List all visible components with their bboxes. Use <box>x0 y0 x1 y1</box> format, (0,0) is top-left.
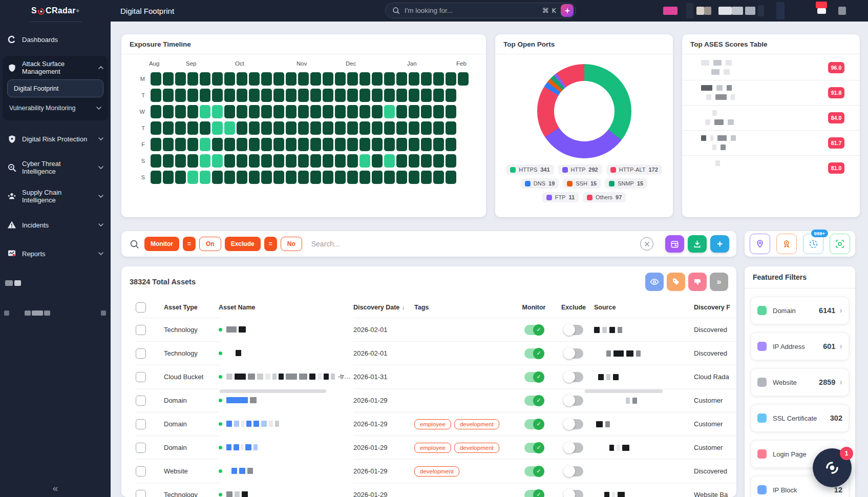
heatmap-cell[interactable] <box>347 72 358 86</box>
heatmap-cell[interactable] <box>187 171 198 184</box>
heatmap-cell[interactable] <box>384 121 395 135</box>
heatmap-cell[interactable] <box>286 171 297 184</box>
featured-filter-website[interactable]: Website2859› <box>751 368 849 396</box>
heatmap-cell[interactable] <box>187 89 198 102</box>
heatmap-cell[interactable] <box>200 121 210 135</box>
asset-name-cell[interactable] <box>219 341 353 365</box>
heatmap-cell[interactable] <box>347 138 358 151</box>
featured-filter-domain[interactable]: Domain6141› <box>751 297 849 324</box>
heatmap-cell[interactable] <box>347 154 358 168</box>
asset-name-cell[interactable] <box>219 318 353 341</box>
heatmap-cell[interactable] <box>175 105 186 118</box>
heatmap-cell[interactable] <box>421 105 432 118</box>
heatmap-cell[interactable] <box>298 89 309 102</box>
row-checkbox[interactable] <box>136 348 146 359</box>
heatmap-cell[interactable] <box>187 72 198 86</box>
heatmap-cell[interactable] <box>261 72 272 86</box>
heatmap-cell[interactable] <box>359 138 370 151</box>
heatmap-cell[interactable] <box>396 72 407 86</box>
heatmap-cell[interactable] <box>175 89 186 102</box>
heatmap-cell[interactable] <box>151 105 161 118</box>
monitor-toggle[interactable]: ✓ <box>524 419 543 429</box>
heatmap-cell[interactable] <box>335 171 346 184</box>
heatmap-cell[interactable] <box>384 89 395 102</box>
sidebar-item-attack-surface-management[interactable]: Attack Surface Management <box>3 58 108 77</box>
ases-score-badge[interactable]: 84.0 <box>828 112 844 123</box>
heatmap-cell[interactable] <box>237 171 247 184</box>
asset-name-cell[interactable] <box>219 459 353 483</box>
heatmap-cell[interactable] <box>212 72 223 86</box>
heatmap-cell[interactable] <box>396 171 407 184</box>
ases-score-badge[interactable]: 96.0 <box>828 62 844 73</box>
heatmap-cell[interactable] <box>298 138 309 151</box>
heatmap-cell[interactable] <box>446 89 456 102</box>
heatmap-cell[interactable] <box>433 138 444 151</box>
heatmap-cell[interactable] <box>372 105 383 118</box>
heatmap-cell[interactable] <box>323 171 333 184</box>
heatmap-cell[interactable] <box>323 72 333 86</box>
monitor-toggle[interactable]: ✓ <box>524 490 543 497</box>
heatmap-cell[interactable] <box>372 171 383 184</box>
heatmap-cell[interactable] <box>151 138 161 151</box>
heatmap-cell[interactable] <box>323 138 333 151</box>
heatmap-cell[interactable] <box>310 72 321 86</box>
heatmap-cell[interactable] <box>273 154 284 168</box>
heatmap-cell[interactable] <box>421 121 432 135</box>
heatmap-cell[interactable] <box>372 121 383 135</box>
filter-chip-exclude[interactable]: Exclude <box>225 237 261 251</box>
asset-name-cell[interactable] <box>219 436 353 459</box>
monitor-toggle[interactable]: ✓ <box>524 372 543 382</box>
heatmap-cell[interactable] <box>335 138 346 151</box>
filter-chip-eq[interactable]: = <box>264 237 277 251</box>
heatmap-cell[interactable] <box>310 171 321 184</box>
heatmap-cell[interactable] <box>151 171 161 184</box>
heatmap-cell[interactable] <box>273 72 284 86</box>
heatmap-cell[interactable] <box>212 138 223 151</box>
heatmap-cell[interactable] <box>175 154 186 168</box>
exclude-toggle[interactable] <box>564 419 583 429</box>
legend-item-http[interactable]: HTTP292 <box>558 164 602 175</box>
heatmap-cell[interactable] <box>286 89 297 102</box>
heatmap-cell[interactable] <box>163 121 174 135</box>
heatmap-cell[interactable] <box>409 121 419 135</box>
heatmap-cell[interactable] <box>151 121 161 135</box>
monitor-toggle[interactable]: ✓ <box>524 443 543 453</box>
exclude-toggle[interactable] <box>564 348 583 359</box>
tag-chip-development[interactable]: development <box>454 419 499 429</box>
heatmap-cell[interactable] <box>323 154 333 168</box>
heatmap-cell[interactable] <box>359 105 370 118</box>
heatmap-cell[interactable] <box>323 121 333 135</box>
legend-item-ftp[interactable]: FTP11 <box>542 192 579 202</box>
heatmap-cell[interactable] <box>421 138 432 151</box>
heatmap-cell[interactable] <box>200 138 210 151</box>
heatmap-cell[interactable] <box>396 154 407 168</box>
sidebar-item-supply-chain-intelligence[interactable]: Supply Chain Intelligence <box>0 186 111 206</box>
monitor-toggle[interactable]: ✓ <box>524 325 543 335</box>
heatmap-cell[interactable] <box>359 171 370 184</box>
heatmap-cell[interactable] <box>175 138 186 151</box>
heatmap-cell[interactable] <box>249 72 260 86</box>
sidebar-collapse-button[interactable]: « <box>0 483 111 494</box>
heatmap-cell[interactable] <box>163 105 174 118</box>
heatmap-cell[interactable] <box>200 105 210 118</box>
clear-filters-button[interactable] <box>640 237 653 251</box>
heatmap-cell[interactable] <box>237 121 247 135</box>
heatmap-cell[interactable] <box>286 72 297 86</box>
heatmap-cell[interactable] <box>175 72 186 86</box>
heatmap-cell[interactable] <box>310 138 321 151</box>
heatmap-cell[interactable] <box>433 171 444 184</box>
filter-chip-eq[interactable]: = <box>183 237 196 251</box>
heatmap-cell[interactable] <box>224 121 235 135</box>
exclude-toggle[interactable] <box>564 466 583 477</box>
heatmap-cell[interactable] <box>163 89 174 102</box>
heatmap-cell[interactable] <box>249 89 260 102</box>
heatmap-cell[interactable] <box>384 105 395 118</box>
asset-name-cell[interactable] <box>219 483 353 497</box>
heatmap-cell[interactable] <box>286 105 297 118</box>
heatmap-cell[interactable] <box>335 121 346 135</box>
heatmap-cell[interactable] <box>335 72 346 86</box>
row-checkbox[interactable] <box>136 419 146 429</box>
heatmap-cell[interactable] <box>409 105 419 118</box>
heatmap-cell[interactable] <box>261 171 272 184</box>
heatmap-cell[interactable] <box>175 171 186 184</box>
